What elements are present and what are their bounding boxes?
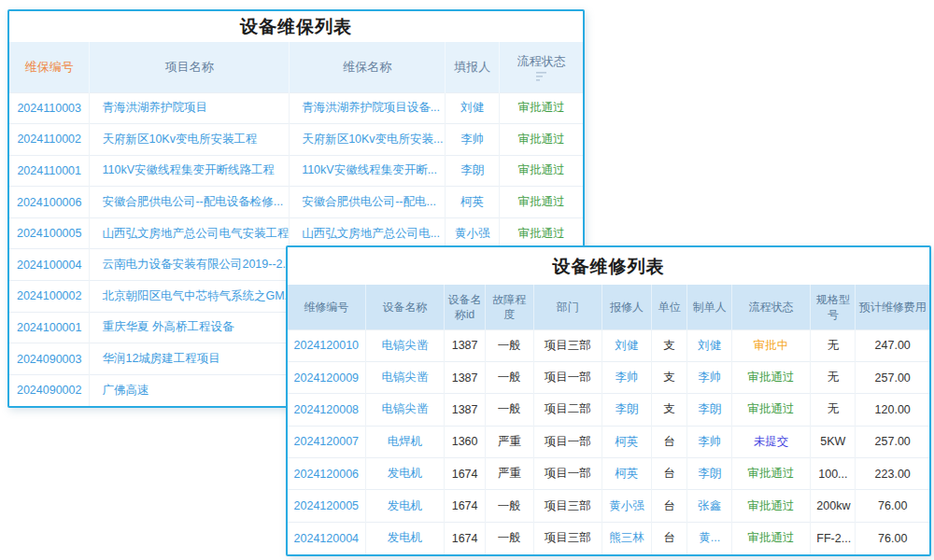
maintenance-cell-project[interactable]: 青海洪湖养护院项目 — [90, 92, 290, 124]
repair-cell-reporter[interactable]: 柯英 — [602, 458, 652, 490]
maintenance-cell-id[interactable]: 2024100006 — [9, 187, 90, 218]
repair-cell-id[interactable]: 2024120008 — [288, 394, 365, 426]
maintenance-cell-name[interactable]: 天府新区10Kv变电所安装... — [290, 124, 446, 156]
repair-cell-device_id: 1387 — [445, 329, 486, 361]
repair-cell-id[interactable]: 2024120004 — [288, 522, 365, 553]
maintenance-cell-project[interactable]: 安徽合肥供电公司--配电设备检修... — [90, 187, 290, 218]
repair-col-label-status: 流程状态 — [749, 301, 794, 314]
repair-cell-device[interactable]: 电镐尖凿 — [365, 361, 445, 393]
repair-cell-unit: 支 — [651, 329, 686, 361]
repair-col-label-dept: 部门 — [557, 301, 579, 314]
maintenance-cell-project[interactable]: 华润12城房建工程项目 — [90, 343, 290, 375]
maintenance-cell-id[interactable]: 2024090003 — [9, 343, 90, 375]
repair-cell-unit: 支 — [651, 394, 686, 426]
repair-cell-device_id: 1674 — [445, 490, 486, 522]
maintenance-header-row: 维保编号项目名称维保名称填报人流程状态 — [9, 42, 583, 92]
repair-cell-unit: 台 — [651, 458, 686, 490]
maintenance-table-row: 2024110001110kV安徽线程集变开断线路工程110kV安徽线程集变开断… — [9, 155, 583, 187]
maintenance-cell-reporter[interactable]: 黄小强 — [446, 217, 500, 249]
maintenance-cell-name[interactable]: 安徽合肥供电公司--配电... — [290, 187, 446, 218]
sort-icon — [535, 71, 547, 81]
maintenance-cell-id[interactable]: 2024100001 — [9, 312, 90, 343]
repair-cell-severity: 一般 — [486, 394, 534, 426]
maintenance-cell-project[interactable]: 天府新区10Kv变电所安装工程 — [90, 124, 290, 156]
repair-cell-model: FF-2... — [811, 522, 856, 553]
repair-cell-model: 无 — [811, 394, 856, 426]
maintenance-cell-name[interactable]: 110kV安徽线程集变开断... — [290, 155, 446, 187]
repair-table-row: 2024120004发电机1674一般项目三部熊三林台黄...审批通过FF-2.… — [288, 522, 929, 553]
repair-cell-id[interactable]: 2024120007 — [288, 426, 365, 457]
repair-cell-device[interactable]: 电焊机 — [365, 426, 445, 457]
repair-cell-id[interactable]: 2024120006 — [288, 458, 365, 490]
maintenance-cell-name[interactable]: 山西弘文房地产总公司电... — [290, 217, 446, 249]
maintenance-cell-reporter[interactable]: 李朗 — [446, 155, 500, 187]
maintenance-col-label-reporter: 填报人 — [454, 60, 490, 74]
repair-cell-reporter[interactable]: 熊三林 — [602, 522, 652, 553]
maintenance-cell-status: 审批通过 — [500, 155, 583, 187]
repair-cell-model: 无 — [811, 329, 856, 361]
repair-cell-id[interactable]: 2024120005 — [288, 490, 365, 522]
repair-cell-reporter[interactable]: 黄小强 — [602, 490, 652, 522]
repair-cell-reporter[interactable]: 柯英 — [602, 426, 652, 457]
repair-cell-cost: 223.00 — [856, 458, 929, 490]
maintenance-cell-reporter[interactable]: 刘健 — [446, 92, 500, 124]
repair-cell-device[interactable]: 发电机 — [365, 522, 445, 553]
maintenance-cell-name[interactable]: 青海洪湖养护院项目设备... — [290, 92, 446, 124]
maintenance-cell-id[interactable]: 2024110003 — [9, 92, 90, 124]
maintenance-cell-project[interactable]: 重庆华夏 外高桥工程设备 — [90, 312, 290, 343]
repair-cell-dept: 项目一部 — [533, 361, 602, 393]
maintenance-cell-status: 审批通过 — [500, 124, 583, 156]
repair-cell-device[interactable]: 电镐尖凿 — [365, 329, 445, 361]
repair-cell-creator[interactable]: 张鑫 — [687, 490, 731, 522]
repair-cell-id[interactable]: 2024120009 — [288, 361, 365, 393]
maintenance-cell-project[interactable]: 云南电力设备安装有限公司2019--2... — [90, 249, 290, 281]
maintenance-cell-id[interactable]: 2024100004 — [9, 249, 90, 281]
maintenance-cell-project[interactable]: 广佛高速 — [90, 374, 290, 406]
repair-col-header-device: 设备名称 — [365, 285, 445, 329]
repair-cell-creator[interactable]: 李帅 — [687, 426, 731, 457]
maintenance-cell-reporter[interactable]: 柯英 — [446, 187, 500, 218]
repair-cell-dept: 项目一部 — [533, 458, 602, 490]
repair-table-row: 2024120009电镐尖凿1387一般项目一部李帅支李帅审批通过无257.00 — [288, 361, 929, 393]
repair-cell-creator[interactable]: 李朗 — [687, 458, 731, 490]
repair-cell-creator[interactable]: 李朗 — [687, 394, 731, 426]
repair-cell-creator[interactable]: 黄... — [687, 522, 731, 553]
repair-cell-device_id: 1674 — [445, 458, 486, 490]
maintenance-col-header-status[interactable]: 流程状态 — [500, 42, 583, 92]
repair-col-label-device: 设备名称 — [382, 301, 427, 314]
repair-cell-dept: 项目三部 — [533, 329, 602, 361]
repair-cell-device[interactable]: 发电机 — [365, 458, 445, 490]
maintenance-table-head: 维保编号项目名称维保名称填报人流程状态 — [9, 42, 583, 92]
repair-cell-reporter[interactable]: 刘健 — [602, 329, 652, 361]
repair-col-header-dept: 部门 — [533, 285, 602, 329]
maintenance-cell-project[interactable]: 110kV安徽线程集变开断线路工程 — [90, 155, 290, 187]
repair-cell-status: 审批通过 — [731, 394, 811, 426]
repair-cell-device[interactable]: 发电机 — [365, 490, 445, 522]
maintenance-cell-id[interactable]: 2024090002 — [9, 374, 90, 406]
repair-header-row: 维修编号设备名称设备名称id故障程度部门报修人单位制单人流程状态规格型号预计维修… — [288, 285, 929, 329]
repair-cell-dept: 项目二部 — [533, 394, 602, 426]
maintenance-col-header-id[interactable]: 维保编号 — [9, 42, 90, 92]
repair-col-label-unit: 单位 — [658, 301, 681, 314]
repair-cell-reporter[interactable]: 李帅 — [602, 361, 652, 393]
maintenance-cell-project[interactable]: 北京朝阳区电气中芯特气系统之GM... — [90, 281, 290, 313]
repair-cell-creator[interactable]: 李帅 — [687, 361, 731, 393]
maintenance-table-title: 设备维保列表 — [9, 11, 583, 42]
repair-cell-creator[interactable]: 刘健 — [687, 329, 731, 361]
repair-cell-status: 审批通过 — [731, 458, 811, 490]
repair-cell-cost: 247.00 — [856, 329, 929, 361]
repair-col-header-status: 流程状态 — [731, 285, 811, 329]
maintenance-cell-id[interactable]: 2024100005 — [9, 217, 90, 249]
repair-cell-dept: 项目三部 — [533, 490, 602, 522]
maintenance-cell-id[interactable]: 2024110002 — [9, 124, 90, 156]
maintenance-cell-reporter[interactable]: 李帅 — [446, 124, 500, 156]
maintenance-cell-id[interactable]: 2024110001 — [9, 155, 90, 187]
repair-cell-device[interactable]: 电镐尖凿 — [365, 394, 445, 426]
repair-cell-id[interactable]: 2024120010 — [288, 329, 365, 361]
repair-col-header-severity: 故障程度 — [486, 285, 534, 329]
maintenance-cell-project[interactable]: 山西弘文房地产总公司电气安装工程 — [90, 217, 290, 249]
repair-cell-dept: 项目三部 — [533, 522, 602, 553]
repair-cell-reporter[interactable]: 李朗 — [602, 394, 652, 426]
maintenance-cell-id[interactable]: 2024100002 — [9, 281, 90, 313]
repair-cell-device_id: 1360 — [445, 426, 486, 457]
